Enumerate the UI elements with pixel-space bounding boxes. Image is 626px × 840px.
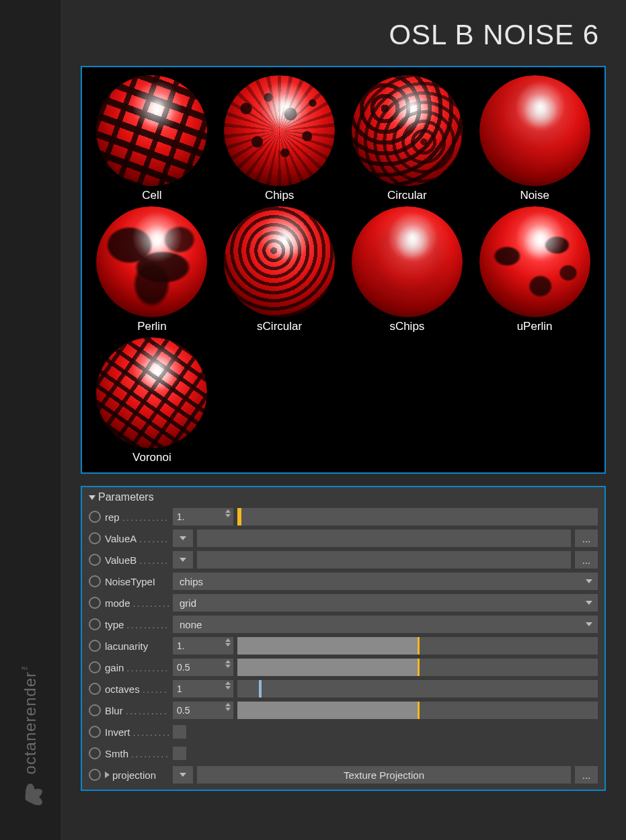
chevron-down-icon <box>586 622 592 626</box>
mode-select[interactable]: grid <box>173 594 598 612</box>
chevron-down-icon <box>586 601 592 605</box>
keyframe-radio[interactable] <box>89 661 101 673</box>
parameters-panel: Parameters rep 1. ValueA ... ValueB ... <box>81 486 606 791</box>
param-row-valueb: ValueB ... <box>82 549 604 571</box>
sphere-icon <box>352 206 463 317</box>
projection-browse-button[interactable]: ... <box>575 766 598 784</box>
page-title: OSL B NOISE 6 <box>81 0 606 66</box>
param-row-octaves: octaves 1 <box>82 678 604 700</box>
keyframe-radio[interactable] <box>89 597 101 609</box>
rep-slider[interactable] <box>237 508 598 526</box>
valuea-browse-button[interactable]: ... <box>575 530 598 547</box>
rep-spinner[interactable]: 1. <box>173 508 233 526</box>
preview-label: sChips <box>389 320 424 333</box>
keyframe-radio[interactable] <box>89 618 101 630</box>
projection-dropdown[interactable] <box>173 766 193 784</box>
chevron-down-icon <box>180 773 186 777</box>
chevron-down-icon <box>180 558 186 562</box>
collapse-icon <box>89 495 95 500</box>
preview-label: Voronoi <box>132 451 171 464</box>
param-label: projection <box>105 769 169 781</box>
param-label: Smth <box>105 748 169 759</box>
brand-logo-icon <box>14 781 46 813</box>
blur-spinner[interactable]: 0.5 <box>173 702 233 719</box>
keyframe-radio[interactable] <box>89 769 101 781</box>
param-label: ValueB <box>105 554 169 566</box>
sidebar: octanerender™ <box>0 0 61 840</box>
gain-slider[interactable] <box>237 659 598 676</box>
valuea-field[interactable] <box>197 530 571 547</box>
keyframe-radio[interactable] <box>89 575 101 587</box>
param-row-invert: Invert <box>82 721 604 743</box>
chevron-down-icon <box>180 536 186 540</box>
param-label: mode <box>105 597 169 609</box>
projection-field[interactable]: Texture Projection <box>197 766 571 784</box>
parameters-header[interactable]: Parameters <box>82 487 604 506</box>
param-label: Blur <box>105 705 169 716</box>
preview-cell[interactable]: Cell <box>90 75 214 202</box>
keyframe-radio[interactable] <box>89 640 101 652</box>
lacunarity-slider[interactable] <box>237 637 598 655</box>
valueb-field[interactable] <box>197 551 571 569</box>
valueb-dropdown[interactable] <box>173 551 193 569</box>
preview-panel: Cell Chips Circular Noise Perlin <box>81 66 606 474</box>
param-label: lacunarity <box>105 640 169 652</box>
sphere-icon <box>479 206 590 317</box>
keyframe-radio[interactable] <box>89 554 101 566</box>
preview-label: Chips <box>265 189 294 202</box>
lacunarity-spinner[interactable]: 1. <box>173 637 233 655</box>
octaves-slider[interactable] <box>237 680 598 698</box>
param-row-gain: gain 0.5 <box>82 657 604 678</box>
sphere-icon <box>224 75 335 186</box>
preview-voronoi[interactable]: Voronoi <box>90 337 214 464</box>
sphere-icon <box>96 337 207 448</box>
sphere-icon <box>479 75 590 186</box>
keyframe-radio[interactable] <box>89 747 101 759</box>
param-label: Invert <box>105 726 169 738</box>
chevron-down-icon <box>586 579 592 583</box>
param-label: NoiseTypeI <box>105 576 169 587</box>
expand-icon[interactable] <box>105 771 110 778</box>
param-row-rep: rep 1. <box>82 506 604 528</box>
keyframe-radio[interactable] <box>89 704 101 716</box>
preview-chips[interactable]: Chips <box>218 75 342 202</box>
param-row-mode: mode grid <box>82 592 604 614</box>
smth-checkbox[interactable] <box>173 747 186 760</box>
valuea-dropdown[interactable] <box>173 530 193 547</box>
preview-label: Cell <box>142 189 161 202</box>
type-select[interactable]: none <box>173 616 598 633</box>
preview-label: sCircular <box>257 320 302 333</box>
param-label: type <box>105 619 169 630</box>
param-row-noisetype: NoiseTypeI chips <box>82 571 604 592</box>
keyframe-radio[interactable] <box>89 683 101 695</box>
gain-spinner[interactable]: 0.5 <box>173 659 233 676</box>
preview-label: Noise <box>520 189 549 202</box>
preview-uperlin[interactable]: uPerlin <box>473 206 596 333</box>
preview-schips[interactable]: sChips <box>346 206 469 333</box>
keyframe-radio[interactable] <box>89 532 101 544</box>
parameters-header-label: Parameters <box>98 491 154 503</box>
preview-label: uPerlin <box>517 320 553 333</box>
sphere-icon <box>96 206 207 317</box>
valueb-browse-button[interactable]: ... <box>575 551 598 569</box>
param-label: gain <box>105 662 169 673</box>
keyframe-radio[interactable] <box>89 511 101 523</box>
preview-circular[interactable]: Circular <box>346 75 469 202</box>
param-row-smth: Smth <box>82 743 604 764</box>
preview-scircular[interactable]: sCircular <box>218 206 342 333</box>
preview-label: Perlin <box>137 320 166 333</box>
keyframe-radio[interactable] <box>89 726 101 738</box>
blur-slider[interactable] <box>237 702 598 719</box>
noisetype-select[interactable]: chips <box>173 573 598 590</box>
preview-label: Circular <box>387 189 427 202</box>
invert-checkbox[interactable] <box>173 725 186 739</box>
param-row-lacunarity: lacunarity 1. <box>82 635 604 657</box>
param-row-blur: Blur 0.5 <box>82 700 604 721</box>
param-row-projection: projection Texture Projection ... <box>82 764 604 786</box>
param-label: ValueA <box>105 533 169 544</box>
sphere-icon <box>352 75 463 186</box>
sphere-icon <box>96 75 207 186</box>
octaves-spinner[interactable]: 1 <box>173 680 233 698</box>
preview-noise[interactable]: Noise <box>473 75 596 202</box>
preview-perlin[interactable]: Perlin <box>90 206 214 333</box>
